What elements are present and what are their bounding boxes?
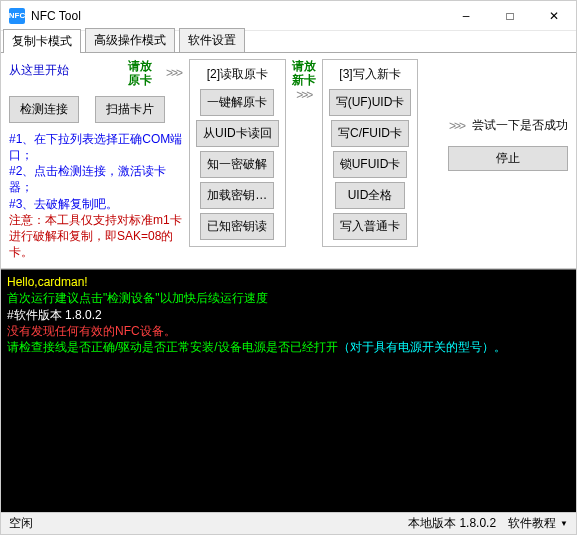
instr-line-1: #1、在下拉列表选择正确COM端口； <box>9 131 183 163</box>
console-line: #软件版本 1.8.0.2 <box>7 307 570 323</box>
close-button[interactable]: ✕ <box>532 1 576 31</box>
write-cfuid-button[interactable]: 写C/FUID卡 <box>331 120 409 147</box>
place-original-label: 请放 原卡 <box>128 59 152 88</box>
write-normal-card-button[interactable]: 写入普通卡 <box>333 213 407 240</box>
titlebar: NFC NFC Tool – □ ✕ <box>1 1 576 31</box>
status-version: 本地版本 1.8.0.2 <box>408 515 496 532</box>
lock-ufuid-button[interactable]: 锁UFUID卡 <box>333 151 408 178</box>
known-key-read-button[interactable]: 已知密钥读 <box>200 213 274 240</box>
write-uf-uid-button[interactable]: 写(UF)UID卡 <box>329 89 412 116</box>
console-line: 没有发现任何有效的NFC设备。 <box>7 323 570 339</box>
group-read-original: [2]读取原卡 一键解原卡 从UID卡读回 知一密破解 加载密钥… 已知密钥读 <box>189 59 286 247</box>
status-state: 空闲 <box>9 515 33 532</box>
start-column: 从这里开始 请放 原卡 >>> 检测连接 扫描卡片 #1、在下拉列表选择正确CO… <box>9 59 183 260</box>
start-heading: 从这里开始 <box>9 62 69 79</box>
minimize-button[interactable]: – <box>444 1 488 31</box>
place-new-label: 请放 新卡 <box>292 59 316 88</box>
arrow-1: >>> <box>164 66 183 80</box>
statusbar: 空闲 本地版本 1.8.0.2 软件教程 ▼ <box>1 512 576 534</box>
read-from-uid-button[interactable]: 从UID卡读回 <box>196 120 279 147</box>
tab-copy-mode[interactable]: 复制卡模式 <box>3 29 81 53</box>
chevron-down-icon: ▼ <box>560 519 568 528</box>
maximize-button[interactable]: □ <box>488 1 532 31</box>
tab-settings[interactable]: 软件设置 <box>179 28 245 52</box>
tutorial-label: 软件教程 <box>508 515 556 532</box>
try-label: 尝试一下是否成功 <box>472 117 568 134</box>
console-line: 首次运行建议点击"检测设备"以加快后续运行速度 <box>7 290 570 306</box>
tab-strip: 复制卡模式 高级操作模式 软件设置 <box>1 31 576 53</box>
arrow-2: >>> <box>294 88 313 102</box>
instr-line-3: #3、去破解复制吧。 <box>9 196 183 212</box>
tab-advanced-mode[interactable]: 高级操作模式 <box>85 28 175 52</box>
right-column: >>> 尝试一下是否成功 停止 <box>428 59 568 171</box>
detect-connection-button[interactable]: 检测连接 <box>9 96 79 123</box>
group-read-title: [2]读取原卡 <box>207 66 268 83</box>
arrow-3: >>> <box>447 119 466 133</box>
group-write-new: [3]写入新卡 写(UF)UID卡 写C/FUID卡 锁UFUID卡 UID全格… <box>322 59 419 247</box>
known-one-key-crack-button[interactable]: 知一密破解 <box>200 151 274 178</box>
scan-card-button[interactable]: 扫描卡片 <box>95 96 165 123</box>
app-icon: NFC <box>9 8 25 24</box>
uid-full-format-button[interactable]: UID全格 <box>335 182 405 209</box>
console-output[interactable]: Hello,cardman! 首次运行建议点击"检测设备"以加快后续运行速度 #… <box>1 269 576 512</box>
instr-line-2: #2、点击检测连接，激活读卡器； <box>9 163 183 195</box>
workflow-area: 从这里开始 请放 原卡 >>> 检测连接 扫描卡片 #1、在下拉列表选择正确CO… <box>1 53 576 269</box>
window-title: NFC Tool <box>31 9 444 23</box>
instr-warning: 注意：本工具仅支持对标准m1卡进行破解和复制，即SAK=08的卡。 <box>9 212 183 261</box>
tutorial-dropdown[interactable]: 软件教程 ▼ <box>508 515 568 532</box>
group-write-title: [3]写入新卡 <box>339 66 400 83</box>
one-key-decode-button[interactable]: 一键解原卡 <box>200 89 274 116</box>
console-line: Hello,cardman! <box>7 274 570 290</box>
load-keys-button[interactable]: 加载密钥… <box>200 182 274 209</box>
instructions: #1、在下拉列表选择正确COM端口； #2、点击检测连接，激活读卡器； #3、去… <box>9 131 183 261</box>
step2-to-3: 请放 新卡 >>> <box>292 59 316 102</box>
stop-button[interactable]: 停止 <box>448 146 568 171</box>
console-line: 请检查接线是否正确/驱动是否正常安装/设备电源是否已经打开（对于具有电源开关的型… <box>7 339 570 355</box>
